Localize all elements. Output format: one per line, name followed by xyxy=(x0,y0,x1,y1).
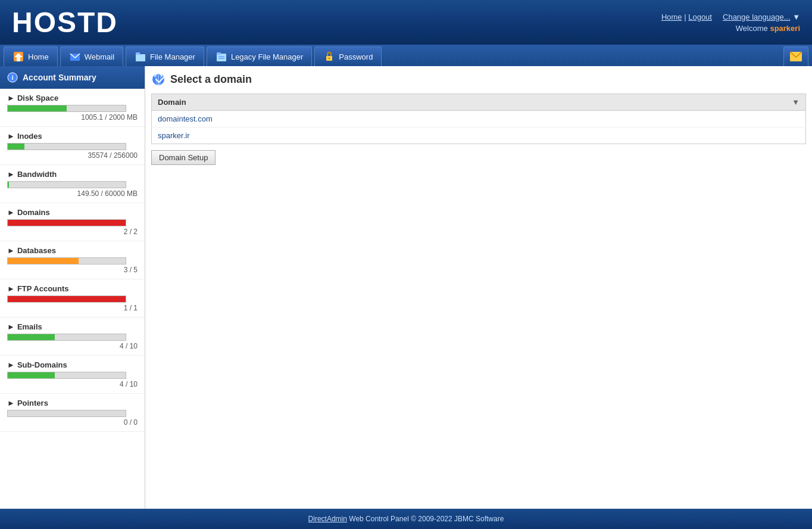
databases-title[interactable]: ► Databases xyxy=(7,246,138,255)
expand-arrow: ► xyxy=(7,94,15,102)
subdomains-value: 4 / 10 xyxy=(7,380,138,388)
webmail-icon xyxy=(69,51,81,63)
expand-arrow: ► xyxy=(7,170,15,179)
page-footer: DirectAdmin Web Control Panel © 2009-202… xyxy=(0,509,812,529)
inodes-progress-bg xyxy=(7,143,126,150)
header-nav-links: Home | Logout Change language... ▼ xyxy=(661,13,800,21)
sort-icon[interactable]: ▼ xyxy=(792,98,799,107)
sidebar-subdomains: ► Sub-Domains 4 / 10 xyxy=(0,356,145,394)
ftp-accounts-title[interactable]: ► FTP Accounts xyxy=(7,284,138,293)
expand-arrow: ► xyxy=(7,208,15,217)
expand-arrow: ► xyxy=(7,132,15,141)
nav-filemanager[interactable]: File Manager xyxy=(126,46,204,66)
svg-text:i: i xyxy=(11,74,13,81)
expand-arrow: ► xyxy=(7,322,15,331)
nav-home-label: Home xyxy=(28,52,49,61)
disk-space-value: 1005.1 / 2000 MB xyxy=(7,113,138,122)
nav-password[interactable]: Password xyxy=(314,46,382,66)
mail-icon xyxy=(790,52,802,61)
bandwidth-title[interactable]: ► Bandwidth xyxy=(7,170,138,179)
logo: HOSTD xyxy=(12,6,118,39)
emails-value: 4 / 10 xyxy=(7,342,138,350)
databases-value: 3 / 5 xyxy=(7,266,138,274)
nav-webmail-label: Webmail xyxy=(85,52,114,61)
page-header: HOSTD Home | Logout Change language... ▼… xyxy=(0,0,812,45)
logout-link[interactable]: Logout xyxy=(688,13,712,21)
content-area: Select a domain Domain ▼ domaintest.coms… xyxy=(145,66,812,509)
welcome-message: Welcome sparkeri xyxy=(661,24,800,33)
pointers-progress-bg xyxy=(7,410,126,417)
password-icon xyxy=(323,51,335,63)
domains-progress-bg xyxy=(7,219,126,226)
domain-column-header: Domain ▼ xyxy=(152,94,806,111)
emails-title[interactable]: ► Emails xyxy=(7,322,138,331)
sidebar-inodes: ► Inodes 35574 / 256000 xyxy=(0,127,145,165)
table-row: domaintest.com xyxy=(152,111,806,127)
expand-arrow: ► xyxy=(7,399,15,407)
select-domain-icon xyxy=(151,72,165,86)
domains-progress-fill xyxy=(8,220,126,226)
sidebar-domains: ► Domains 2 / 2 xyxy=(0,203,145,241)
sidebar-ftp-accounts: ► FTP Accounts 1 / 1 xyxy=(0,279,145,318)
svg-rect-4 xyxy=(136,54,145,61)
domain-link[interactable]: sparker.ir xyxy=(158,131,189,140)
change-language-link[interactable]: Change language... xyxy=(723,13,790,21)
content-title: Select a domain xyxy=(170,73,252,86)
header-right: Home | Logout Change language... ▼ Welco… xyxy=(661,13,800,33)
main-wrapper: i Account Summary ► Disk Space 1005.1 / … xyxy=(0,66,812,509)
inodes-value: 35574 / 256000 xyxy=(7,151,138,160)
domain-table: Domain ▼ domaintest.comsparker.ir xyxy=(151,94,806,144)
directadmin-link[interactable]: DirectAdmin xyxy=(308,515,347,523)
footer-text: Web Control Panel © 2009-2022 JBMC Softw… xyxy=(349,515,504,523)
home-icon xyxy=(13,51,24,63)
disk-space-title[interactable]: ► Disk Space xyxy=(7,94,138,102)
sidebar-title: i Account Summary xyxy=(0,66,145,89)
bandwidth-progress-bg xyxy=(7,181,126,188)
pointers-title[interactable]: ► Pointers xyxy=(7,399,138,407)
svg-point-11 xyxy=(329,58,330,60)
svg-rect-7 xyxy=(217,52,221,55)
nav-mail-button[interactable] xyxy=(783,46,808,66)
sidebar-disk-space: ► Disk Space 1005.1 / 2000 MB xyxy=(0,89,145,127)
ftp-progress-bg xyxy=(7,295,126,303)
nav-password-label: Password xyxy=(339,52,373,61)
svg-rect-5 xyxy=(136,52,140,55)
domain-link[interactable]: domaintest.com xyxy=(158,114,213,123)
inodes-title[interactable]: ► Inodes xyxy=(7,132,138,141)
nav-webmail[interactable]: Webmail xyxy=(60,46,123,66)
domain-cell: domaintest.com xyxy=(152,111,806,127)
disk-space-progress-fill xyxy=(8,105,67,111)
domains-value: 2 / 2 xyxy=(7,228,138,236)
lang-dropdown-icon[interactable]: ▼ xyxy=(792,13,800,21)
account-summary-icon: i xyxy=(7,72,18,83)
subdomains-progress-fill xyxy=(8,372,55,378)
disk-space-progress-bg xyxy=(7,105,126,112)
legacyfilemanager-icon xyxy=(216,51,227,63)
nav-legacy-filemanager[interactable]: Legacy File Manager xyxy=(207,46,312,66)
navbar: Home Webmail File Manager xyxy=(0,45,812,66)
nav-legacy-filemanager-label: Legacy File Manager xyxy=(231,52,303,61)
domain-setup-button[interactable]: Domain Setup xyxy=(151,150,216,165)
svg-rect-2 xyxy=(17,57,20,61)
bandwidth-value: 149.50 / 60000 MB xyxy=(7,189,138,198)
username-display: sparkeri xyxy=(770,24,800,33)
subdomains-title[interactable]: ► Sub-Domains xyxy=(7,360,138,369)
domains-title[interactable]: ► Domains xyxy=(7,208,138,217)
sidebar-pointers: ► Pointers 0 / 0 xyxy=(0,394,145,432)
home-link[interactable]: Home xyxy=(661,13,682,21)
filemanager-icon xyxy=(135,51,146,63)
sidebar: i Account Summary ► Disk Space 1005.1 / … xyxy=(0,66,145,509)
nav-filemanager-label: File Manager xyxy=(150,52,195,61)
nav-home[interactable]: Home xyxy=(4,46,58,66)
databases-progress-fill xyxy=(8,258,79,264)
emails-progress-bg xyxy=(7,334,126,341)
sidebar-bandwidth: ► Bandwidth 149.50 / 60000 MB xyxy=(0,165,145,203)
inodes-progress-fill xyxy=(8,144,24,150)
bandwidth-progress-fill xyxy=(8,182,9,188)
table-row: sparker.ir xyxy=(152,127,806,144)
ftp-progress-fill xyxy=(8,296,126,302)
expand-arrow: ► xyxy=(7,284,15,293)
domain-cell: sparker.ir xyxy=(152,127,806,144)
sidebar-title-label: Account Summary xyxy=(23,73,96,82)
sidebar-databases: ► Databases 3 / 5 xyxy=(0,241,145,279)
